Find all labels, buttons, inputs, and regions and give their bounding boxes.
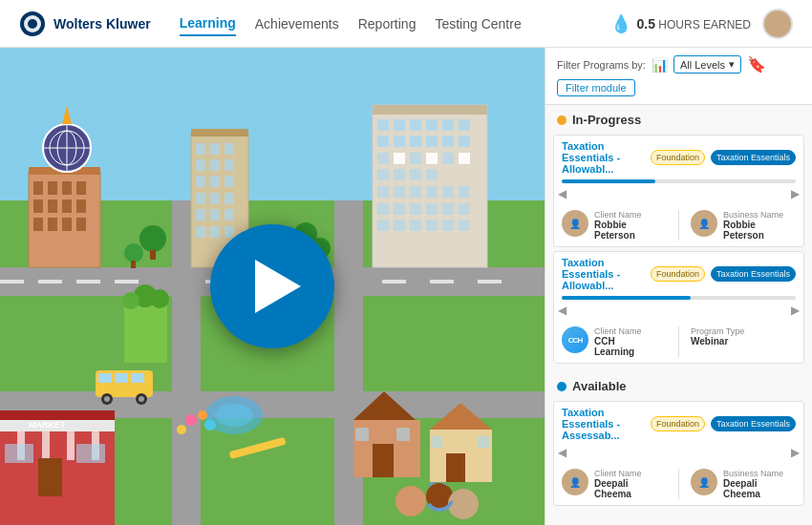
chevron-left-icon-1[interactable]: ◀ — [558, 187, 566, 200]
course-card-available-1: Taxation Essentials - Assessab... Founda… — [553, 401, 804, 506]
business-info-available-1: Business Name Deepali Cheema — [723, 469, 783, 499]
svg-rect-71 — [48, 218, 57, 231]
svg-rect-135 — [396, 428, 410, 441]
avatar[interactable] — [762, 9, 793, 39]
svg-rect-56 — [410, 220, 421, 231]
hours-text: 0.5 HOURS EARNED — [637, 18, 752, 32]
svg-rect-83 — [210, 143, 220, 155]
nav-item-learning[interactable]: Learning — [180, 11, 236, 36]
svg-rect-16 — [430, 280, 454, 284]
svg-rect-58 — [442, 220, 454, 231]
svg-rect-30 — [442, 136, 454, 147]
hours-icon: 💧 — [610, 13, 631, 34]
svg-point-2 — [28, 19, 37, 29]
bookmark-icon[interactable]: 🔖 — [747, 55, 766, 74]
filter-module-button[interactable]: Filter module — [557, 79, 635, 96]
client-avatar-1: 👤 — [562, 210, 588, 237]
play-button[interactable] — [210, 224, 334, 348]
business-info-1: Business Name Robbie Peterson — [723, 210, 783, 241]
chevron-left-icon-2[interactable]: ◀ — [558, 304, 566, 317]
svg-rect-68 — [62, 200, 72, 213]
svg-rect-73 — [76, 218, 86, 231]
header-right: 💧 0.5 HOURS EARNED — [610, 9, 794, 39]
svg-rect-94 — [196, 209, 205, 220]
right-panel: Filter Programs by: 📊 All Levels ▾ 🔖 Fil… — [545, 48, 812, 525]
chevron-right-icon-1[interactable]: ▶ — [791, 187, 800, 200]
client-name1-2: CCH — [594, 336, 642, 346]
svg-rect-49 — [394, 203, 405, 215]
svg-rect-139 — [431, 436, 442, 448]
svg-rect-57 — [426, 220, 438, 231]
svg-rect-138 — [446, 453, 465, 482]
svg-rect-25 — [459, 119, 470, 131]
card-item-client-2: CCH Client Name CCH Learning — [562, 326, 667, 357]
progress-bar-1 — [562, 179, 655, 183]
card-item-business-1: 👤 Business Name Robbie Peterson — [691, 210, 796, 241]
svg-point-143 — [395, 486, 426, 516]
svg-rect-48 — [377, 203, 389, 215]
svg-rect-69 — [76, 200, 86, 213]
nav-item-reporting[interactable]: Reporting — [358, 12, 417, 35]
in-progress-dot — [557, 116, 566, 125]
course-title-bar-1: Taxation Essentials - Allowabl... Founda… — [554, 136, 803, 179]
program-label-2: Program Type — [691, 326, 744, 336]
svg-point-149 — [204, 419, 216, 430]
progress-bar-container-1 — [562, 179, 796, 183]
svg-rect-46 — [442, 186, 454, 198]
svg-rect-133 — [373, 444, 394, 477]
business-avatar-1: 👤 — [691, 210, 717, 237]
svg-rect-35 — [426, 153, 438, 164]
svg-point-115 — [139, 396, 144, 402]
chevrons-available-1: ◀ ▶ — [554, 446, 803, 463]
svg-rect-89 — [210, 176, 220, 187]
svg-rect-26 — [377, 136, 389, 147]
chevrons-1: ◀ ▶ — [554, 187, 803, 204]
svg-rect-130 — [76, 444, 105, 463]
course-title-bar-available-1: Taxation Essentials - Assessab... Founda… — [554, 402, 803, 446]
svg-rect-51 — [426, 203, 438, 215]
svg-rect-15 — [382, 280, 406, 284]
nav-item-testing-centre[interactable]: Testing Centre — [435, 12, 521, 35]
svg-rect-103 — [131, 261, 136, 268]
svg-rect-70 — [33, 218, 43, 231]
chevrons-2: ◀ ▶ — [554, 304, 803, 321]
header: Wolters Kluwer Learning Achievements Rep… — [0, 0, 812, 48]
hours-info: 0.5 HOURS EARNED — [637, 15, 752, 32]
svg-rect-134 — [355, 428, 369, 441]
svg-rect-50 — [410, 203, 421, 215]
course-title-link-1[interactable]: Taxation Essentials - Allowabl... — [562, 140, 645, 175]
svg-rect-21 — [394, 119, 405, 131]
svg-rect-63 — [48, 181, 57, 195]
svg-rect-110 — [115, 373, 128, 383]
course-card-1: Taxation Essentials - Allowabl... Founda… — [553, 135, 804, 247]
available-dot — [557, 382, 566, 391]
nav-item-achievements[interactable]: Achievements — [255, 12, 339, 35]
client-info-2: Client Name CCH Learning — [594, 326, 642, 357]
chart-icon: 📊 — [652, 57, 668, 73]
tag-taxation-available-1: Taxation Essentials — [711, 416, 796, 431]
chevron-right-icon-available-1[interactable]: ▶ — [791, 446, 800, 459]
svg-rect-33 — [394, 153, 405, 164]
client-label-available-1: Client Name — [594, 469, 642, 478]
svg-point-147 — [185, 414, 197, 426]
course-title-link-available-1[interactable]: Taxation Essentials - Assessab... — [562, 407, 645, 441]
business-label-1: Business Name — [723, 210, 783, 220]
card-item-client-1: 👤 Client Name Robbie Peterson — [562, 210, 667, 241]
course-title-bar-2: Taxation Essentials - Allowabl... Founda… — [554, 252, 803, 296]
svg-rect-27 — [394, 136, 405, 147]
client-avatar-available-1: 👤 — [562, 469, 588, 495]
svg-rect-88 — [196, 176, 205, 187]
svg-point-154 — [122, 292, 139, 309]
svg-rect-109 — [98, 373, 112, 383]
svg-rect-97 — [196, 226, 205, 238]
course-title-link-2[interactable]: Taxation Essentials - Allowabl... — [562, 257, 645, 291]
chevron-right-icon-2[interactable]: ▶ — [791, 304, 800, 317]
business-label-available-1: Business Name — [723, 469, 783, 478]
svg-point-142 — [215, 404, 253, 427]
level-dropdown[interactable]: All Levels ▾ — [673, 55, 741, 74]
svg-rect-20 — [377, 119, 389, 131]
client-label-1: Client Name — [594, 210, 642, 220]
svg-rect-85 — [196, 159, 205, 171]
client-name2-1: Peterson — [594, 230, 642, 241]
chevron-left-icon-available-1[interactable]: ◀ — [558, 446, 566, 459]
